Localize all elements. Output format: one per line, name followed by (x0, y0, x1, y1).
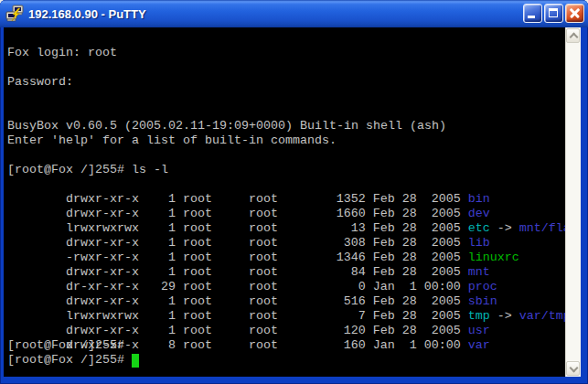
window-title: 192.168.0.90 - PuTTY (28, 7, 523, 21)
file-owner: root (183, 280, 249, 294)
symlink-target: mnt/flash/etc (519, 221, 565, 236)
file-owner: root (183, 309, 249, 324)
active-prompt-line: [root@Fox /]255# (7, 353, 565, 368)
scroll-down-button[interactable] (566, 361, 580, 376)
file-permissions: lrwxrwxrwx (66, 309, 139, 324)
file-date: Feb 28 2005 (373, 265, 461, 280)
file-date: Feb 28 2005 (373, 207, 461, 221)
file-group: root (249, 324, 278, 338)
file-name: sbin (468, 294, 497, 309)
symlink-arrow: -> (497, 309, 512, 324)
symlink-arrow: -> (497, 221, 512, 236)
file-group: root (249, 280, 278, 294)
file-group: root (249, 294, 278, 309)
file-date: Feb 28 2005 (373, 221, 461, 236)
hard-links: 1 (139, 207, 176, 221)
file-owner: root (183, 192, 249, 207)
file-date: Feb 28 2005 (373, 309, 461, 324)
putty-window: 192.168.0.90 - PuTTY Fox login: root Pas… (0, 0, 588, 384)
scrollbar[interactable] (565, 27, 581, 377)
file-name: mnt (468, 265, 490, 280)
file-size: 13 (278, 221, 366, 236)
file-date: Feb 28 2005 (373, 294, 461, 309)
file-owner: root (183, 324, 249, 338)
file-name: usr (468, 324, 490, 338)
chevron-down-icon (570, 364, 579, 373)
file-name: bin (468, 192, 490, 207)
file-size: 1346 (278, 251, 366, 265)
file-name: var (468, 338, 490, 353)
file-permissions: drwxr-xr-x (66, 236, 139, 251)
maximize-icon (549, 8, 558, 17)
minimize-button[interactable] (523, 4, 542, 23)
busybox-banner-line: BusyBox v0.60.5 (2005.02.11-19:09+0000) … (7, 119, 565, 133)
titlebar[interactable]: 192.168.0.90 - PuTTY (0, 0, 588, 27)
file-owner: root (183, 207, 249, 221)
file-date: Feb 28 2005 (373, 192, 461, 207)
minimize-icon (528, 16, 535, 18)
prompt-text: [root@Fox /]255# (7, 353, 132, 368)
command-line: [root@Fox /]255# ls -l (7, 163, 565, 177)
file-name: dev (468, 207, 490, 221)
file-date: Feb 28 2005 (373, 236, 461, 251)
blank-line (7, 368, 565, 377)
close-button[interactable] (565, 4, 584, 23)
blank-line (7, 60, 565, 75)
file-owner: root (183, 251, 249, 265)
file-size: 516 (278, 294, 366, 309)
hard-links: 1 (139, 236, 176, 251)
file-owner: root (183, 236, 249, 251)
file-size: 160 (278, 338, 366, 353)
blank-line (7, 31, 565, 46)
hard-links: 1 (139, 324, 176, 338)
chevron-up-icon (570, 33, 579, 42)
file-group: root (249, 251, 278, 265)
file-name: tmp (468, 309, 490, 324)
file-size: 1352 (278, 192, 366, 207)
hard-links: 1 (139, 251, 176, 265)
file-group: root (249, 207, 278, 221)
hard-links: 1 (139, 309, 176, 324)
password-line: Password: (7, 75, 565, 90)
file-size: 120 (278, 324, 366, 338)
blank-line (7, 104, 565, 119)
file-permissions: -rwxr-xr-x (66, 251, 139, 265)
file-permissions: lrwxrwxrwx (66, 221, 139, 236)
file-owner: root (183, 265, 249, 280)
blank-line (7, 148, 565, 163)
terminal-cursor (132, 354, 139, 368)
file-owner: root (183, 221, 249, 236)
window-controls (523, 4, 584, 23)
file-permissions: drwxr-xr-x (66, 324, 139, 338)
terminal-screen[interactable]: Fox login: root Password: BusyBox v0.60.… (4, 27, 565, 377)
file-date: Jan 1 00:00 (373, 338, 461, 353)
file-group: root (249, 236, 278, 251)
hard-links: 8 (139, 338, 176, 353)
login-line: Fox login: root (7, 46, 565, 60)
file-size: 7 (278, 309, 366, 324)
help-hint-line: Enter 'help' for a list of built-in comm… (7, 133, 565, 148)
putty-app-icon (5, 5, 24, 23)
close-icon (566, 5, 583, 22)
hard-links: 1 (139, 192, 176, 207)
scroll-up-button[interactable] (566, 28, 580, 43)
window-body: Fox login: root Password: BusyBox v0.60.… (0, 27, 588, 384)
file-size: 84 (278, 265, 366, 280)
file-name: linuxrc (468, 251, 519, 265)
hard-links: 1 (139, 221, 176, 236)
file-owner: root (183, 294, 249, 309)
file-size: 1660 (278, 207, 366, 221)
file-group: root (249, 221, 278, 236)
file-owner: root (183, 338, 249, 353)
ls-row: drwxr-xr-x1rootroot1352Feb 28 2005bin (7, 177, 565, 192)
file-size: 0 (278, 280, 366, 294)
file-name: lib (468, 236, 490, 251)
file-permissions: drwxr-xr-x (66, 192, 139, 207)
hard-links: 29 (139, 280, 176, 294)
file-permissions: dr-xr-xr-x (66, 280, 139, 294)
maximize-button[interactable] (544, 4, 563, 23)
file-date: Jan 1 00:00 (373, 280, 461, 294)
file-group: root (249, 192, 278, 207)
file-name: etc (468, 221, 490, 236)
hard-links: 1 (139, 265, 176, 280)
